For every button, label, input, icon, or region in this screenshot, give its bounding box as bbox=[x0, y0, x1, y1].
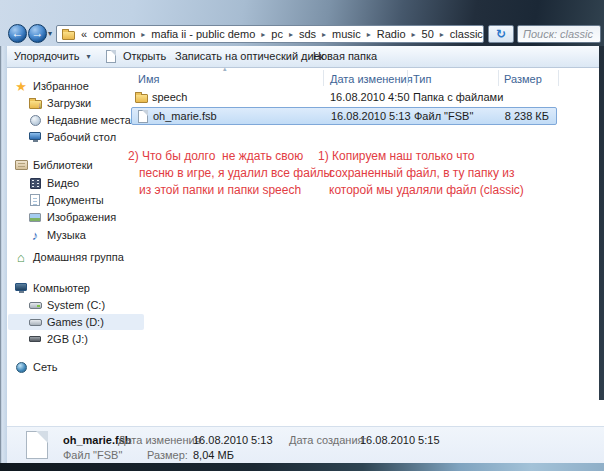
details-created-label: Дата создания: bbox=[289, 434, 367, 446]
desktop-icon bbox=[28, 130, 42, 144]
sidebar-item-drive-c[interactable]: System (C:) bbox=[8, 297, 144, 313]
column-divider[interactable] bbox=[558, 70, 559, 86]
details-file-type: Файл "FSB" bbox=[63, 449, 122, 461]
breadcrumb-separator-icon[interactable]: ▸ bbox=[367, 30, 371, 39]
address-bar[interactable]: « common ▸ mafia ii - public demo ▸ pc ▸… bbox=[56, 25, 484, 43]
sidebar-item-label: Библиотеки bbox=[33, 159, 93, 171]
breadcrumb-item-sds[interactable]: sds bbox=[299, 28, 316, 40]
sidebar-item-label: Избранное bbox=[33, 80, 89, 92]
desktop-bottom-edge bbox=[0, 463, 604, 471]
sidebar-item-label: Домашняя группа bbox=[33, 251, 124, 263]
sidebar-item-pictures[interactable]: Изображения bbox=[8, 209, 144, 225]
annotation-line: песню в игре, я удалил все файлы bbox=[128, 165, 332, 182]
hard-drive-icon bbox=[28, 298, 42, 312]
annotation-line: из этой папки и папки speech bbox=[128, 182, 332, 199]
sidebar-item-drive-d[interactable]: Games (D:) bbox=[8, 314, 144, 330]
organize-label: Упорядочить bbox=[14, 46, 79, 67]
open-button[interactable]: Открыть bbox=[104, 46, 166, 67]
column-divider[interactable] bbox=[407, 70, 408, 86]
recent-places-icon bbox=[28, 113, 42, 127]
hard-drive-icon bbox=[28, 315, 42, 329]
network-icon bbox=[14, 360, 28, 374]
usb-drive-icon bbox=[28, 332, 42, 346]
forward-arrow-icon: → bbox=[32, 26, 44, 40]
sidebar-item-network[interactable]: Сеть bbox=[8, 359, 130, 375]
new-folder-button[interactable]: Новая папка bbox=[313, 46, 377, 67]
sidebar-item-label: 2GB (J:) bbox=[47, 333, 88, 345]
libraries-icon bbox=[14, 158, 28, 172]
file-modified: 16.08.2010 5:13 bbox=[331, 110, 411, 122]
breadcrumb-separator-icon[interactable]: ▸ bbox=[322, 30, 326, 39]
file-row-speech[interactable]: speech 16.08.2010 4:50 Папка с файлами bbox=[131, 90, 557, 107]
sidebar-item-favorites[interactable]: ★ Избранное bbox=[8, 78, 130, 94]
sidebar-item-drive-j[interactable]: 2GB (J:) bbox=[8, 331, 144, 347]
breadcrumb-separator-icon[interactable]: ▸ bbox=[261, 30, 265, 39]
selected-file-large-icon bbox=[26, 431, 48, 461]
homegroup-icon: ⌂ bbox=[14, 250, 28, 264]
breadcrumb-separator-icon[interactable]: ▸ bbox=[412, 30, 416, 39]
annotation-line: сохраненный файл, в ту папку из bbox=[318, 165, 524, 182]
breadcrumb-item-50[interactable]: 50 bbox=[422, 28, 434, 40]
details-size-value: 8,04 МБ bbox=[193, 449, 234, 461]
sidebar-item-videos[interactable]: Видео bbox=[8, 175, 144, 191]
breadcrumb-item-mafia[interactable]: mafia ii - public demo bbox=[151, 28, 255, 40]
refresh-button[interactable]: ↻ bbox=[488, 25, 514, 43]
column-header-name[interactable]: Имя bbox=[138, 73, 159, 85]
annotation-line: 2) Что бы долго не ждать свою bbox=[128, 148, 332, 165]
desktop-right-edge bbox=[599, 46, 604, 400]
column-divider[interactable] bbox=[323, 70, 324, 86]
breadcrumb-item-pc[interactable]: pc bbox=[271, 28, 283, 40]
search-input[interactable]: Поиск: classic bbox=[517, 25, 601, 43]
annotation-line: которой мы удаляли файл (classic) bbox=[318, 182, 524, 199]
sidebar-item-homegroup[interactable]: ⌂ Домашняя группа bbox=[8, 249, 130, 265]
sidebar-item-documents[interactable]: Документы bbox=[8, 192, 144, 208]
computer-icon bbox=[14, 281, 28, 295]
file-type: Папка с файлами bbox=[413, 91, 503, 103]
sidebar-item-label: Загрузки bbox=[47, 97, 91, 109]
sidebar-item-computer[interactable]: Компьютер bbox=[8, 280, 130, 296]
star-icon: ★ bbox=[14, 79, 28, 93]
breadcrumb-item-radio[interactable]: Radio bbox=[377, 28, 406, 40]
file-name: speech bbox=[152, 91, 187, 103]
file-size: 8 238 КБ bbox=[493, 110, 549, 122]
organize-button[interactable]: Упорядочить ▾ bbox=[14, 46, 90, 67]
sidebar-item-label: Компьютер bbox=[33, 282, 90, 294]
breadcrumb-item-music[interactable]: music bbox=[332, 28, 361, 40]
breadcrumb-separator-icon[interactable]: ▸ bbox=[141, 30, 145, 39]
search-placeholder: Поиск: classic bbox=[523, 28, 593, 40]
sidebar-item-label: Изображения bbox=[47, 211, 116, 223]
breadcrumb-overflow[interactable]: « bbox=[81, 28, 87, 40]
breadcrumb-separator-icon[interactable]: ▸ bbox=[440, 30, 444, 39]
sidebar-item-label: Рабочий стол bbox=[47, 131, 116, 143]
breadcrumb-item-common[interactable]: common bbox=[93, 28, 135, 40]
window-left-border bbox=[0, 46, 7, 463]
folder-icon bbox=[61, 27, 75, 41]
new-folder-label: Новая папка bbox=[313, 46, 377, 67]
sidebar-item-label: Видео bbox=[47, 177, 79, 189]
sidebar-item-recent-places[interactable]: Недавние места bbox=[8, 112, 144, 128]
back-button[interactable]: ← bbox=[8, 24, 27, 43]
sidebar-item-label: System (C:) bbox=[47, 299, 105, 311]
sidebar-item-downloads[interactable]: Загрузки bbox=[8, 95, 144, 111]
column-header-size[interactable]: Размер bbox=[504, 73, 542, 85]
back-arrow-icon: ← bbox=[12, 26, 24, 40]
details-modified-value: 16.08.2010 5:13 bbox=[193, 434, 273, 446]
breadcrumb-separator-icon[interactable]: ▸ bbox=[289, 30, 293, 39]
breadcrumb-item-classic[interactable]: classic bbox=[450, 28, 483, 40]
pictures-icon bbox=[28, 210, 42, 224]
file-row-oh-marie-selected[interactable]: oh_marie.fsb 16.08.2010 5:13 Файл "FSB" … bbox=[131, 107, 557, 125]
column-divider[interactable] bbox=[498, 70, 499, 86]
refresh-icon: ↻ bbox=[496, 27, 506, 41]
sidebar-item-label: Недавние места bbox=[47, 114, 131, 126]
column-header-modified[interactable]: Дата изменения bbox=[330, 73, 413, 85]
burn-button[interactable]: Записать на оптический диск bbox=[175, 46, 324, 67]
column-header-type[interactable]: Тип bbox=[413, 73, 431, 85]
recent-pages-dropdown[interactable]: ▾ bbox=[48, 30, 52, 38]
annotation-step-1: 1) Копируем наш только что сохраненный ф… bbox=[318, 148, 524, 199]
sidebar-item-desktop[interactable]: Рабочий стол bbox=[8, 129, 144, 145]
folder-icon bbox=[135, 91, 148, 105]
sidebar-item-music[interactable]: ♪ Музыка bbox=[8, 227, 144, 243]
chevron-down-icon: ▾ bbox=[86, 46, 90, 67]
sidebar-item-libraries[interactable]: Библиотеки bbox=[8, 157, 130, 173]
forward-button[interactable]: → bbox=[28, 24, 47, 43]
